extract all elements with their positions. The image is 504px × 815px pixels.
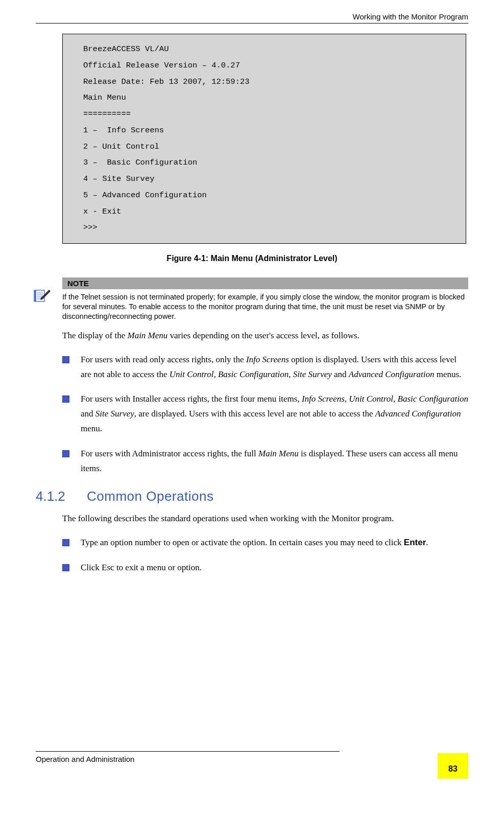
section-heading: 4.1.2Common Operations <box>36 488 468 504</box>
list-item: Type an option number to open or activat… <box>62 535 468 550</box>
section-number: 4.1.2 <box>36 488 87 504</box>
footer-rule <box>36 751 340 752</box>
text-italic: Unit Control, Basic Configuration, Site … <box>170 369 332 379</box>
list-item: For users with Installer access rights, … <box>62 392 468 436</box>
text-italic: Site Survey <box>95 409 134 418</box>
terminal-line: BreezeACCESS VL/AU <box>83 44 169 54</box>
terminal-line: 4 – Site Survey <box>83 174 155 183</box>
paragraph: The display of the Main Menu varies depe… <box>62 329 468 343</box>
terminal-line: x - Exit <box>83 207 121 216</box>
text-run: and <box>332 369 349 379</box>
text-run: For users with read only access rights, … <box>81 355 246 364</box>
text-italic: Info Screens <box>246 355 289 364</box>
terminal-line: 3 – Basic Configuration <box>83 158 197 167</box>
text-run: and <box>81 409 95 418</box>
text-run: For users with Administrator access righ… <box>81 449 258 458</box>
square-bullet-icon <box>62 564 69 571</box>
bullet-list: Type an option number to open or activat… <box>62 535 468 575</box>
terminal-line: Release Date: Feb 13 2007, 12:59:23 <box>83 77 250 86</box>
text-run: For users with Installer access rights, … <box>81 394 302 404</box>
text-run: The display of the <box>62 331 127 340</box>
note-label: NOTE <box>62 277 468 289</box>
list-item: Click Esc to exit a menu or option. <box>62 561 468 575</box>
section-title: Common Operations <box>87 488 213 504</box>
terminal-line: ========== <box>83 109 131 119</box>
terminal-line: 2 – Unit Control <box>83 142 159 151</box>
page-number: 83 <box>438 753 468 779</box>
text-run: menus. <box>434 369 461 379</box>
text-italic: Advanced Configuration <box>375 409 461 418</box>
running-header: Working with the Monitor Program <box>36 12 468 24</box>
square-bullet-icon <box>62 450 69 457</box>
square-bullet-icon <box>62 356 69 363</box>
square-bullet-icon <box>62 395 69 403</box>
note-body: If the Telnet session is not terminated … <box>62 289 468 321</box>
terminal-line: >>> <box>83 223 98 232</box>
terminal-output: BreezeACCESS VL/AU Official Release Vers… <box>62 34 466 244</box>
text-italic: Main Menu <box>127 331 167 340</box>
text-run: . <box>426 538 428 547</box>
terminal-line: 1 – Info Screens <box>83 126 164 135</box>
paragraph: The following describes the standard ope… <box>62 511 468 526</box>
text-run: , are displayed. Users with this access … <box>134 409 375 418</box>
note-icon <box>34 289 51 303</box>
terminal-line: 5 – Advanced Configuration <box>83 191 207 200</box>
page-footer: Operation and Administration 83 <box>36 751 468 763</box>
text-run: menu. <box>81 424 102 433</box>
text-run: Type an option number to open or activat… <box>81 538 404 547</box>
list-item: For users with Administrator access righ… <box>62 447 468 476</box>
square-bullet-icon <box>62 539 69 546</box>
footer-text: Operation and Administration <box>36 755 468 763</box>
terminal-line: Main Menu <box>83 93 126 102</box>
text-bold: Enter <box>404 538 426 547</box>
text-run: Click Esc to exit a menu or option. <box>81 563 202 572</box>
text-italic: Info Screens, Unit Control, Basic Config… <box>302 394 468 404</box>
svg-rect-1 <box>34 290 36 301</box>
list-item: For users with read only access rights, … <box>62 353 468 382</box>
terminal-line: Official Release Version – 4.0.27 <box>83 61 240 70</box>
text-italic: Main Menu <box>258 449 299 458</box>
bullet-list: For users with read only access rights, … <box>62 353 468 476</box>
figure-caption: Figure 4-1: Main Menu (Administrator Lev… <box>36 254 468 263</box>
text-run: varies depending on the user's access le… <box>167 331 359 340</box>
note-block: NOTE If the Telnet session is not termin… <box>62 277 468 321</box>
text-italic: Advanced Configuration <box>349 369 435 379</box>
